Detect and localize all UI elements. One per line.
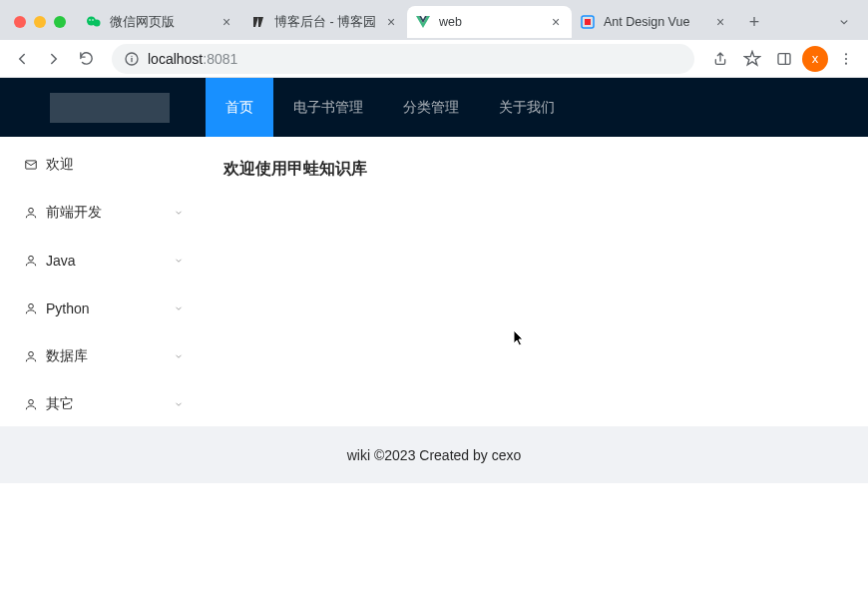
- nav-home[interactable]: 首页: [206, 78, 273, 137]
- browser-tab-2[interactable]: web ×: [407, 6, 572, 38]
- nav-ebook[interactable]: 电子书管理: [273, 78, 383, 137]
- sidebar-item-label: 数据库: [46, 347, 174, 365]
- app-footer: wiki ©2023 Created by cexo: [0, 426, 868, 483]
- sidebar-item-frontend[interactable]: 前端开发: [0, 189, 200, 237]
- address-port: :8081: [203, 51, 237, 67]
- svg-point-12: [845, 57, 847, 59]
- close-tab-icon[interactable]: ×: [218, 14, 234, 30]
- logo-placeholder: [50, 93, 170, 123]
- tab-strip: 微信网页版 × 博客后台 - 博客园 × web × Ant Design Vu…: [0, 0, 868, 40]
- page-title: 欢迎使用甲蛙知识库: [223, 159, 844, 180]
- svg-rect-9: [778, 53, 790, 64]
- svg-point-18: [29, 351, 34, 356]
- svg-point-8: [131, 55, 132, 56]
- wechat-icon: [86, 14, 102, 30]
- chevron-down-icon: [174, 256, 184, 266]
- svg-point-17: [29, 304, 34, 308]
- tab-title: 微信网页版: [110, 14, 218, 31]
- browser-toolbar: localhost:8081 x: [0, 40, 868, 78]
- reload-button[interactable]: [72, 45, 100, 73]
- sidebar-item-label: Java: [46, 253, 174, 269]
- minimize-window-button[interactable]: [34, 16, 46, 28]
- user-icon: [24, 397, 38, 411]
- close-tab-icon[interactable]: ×: [712, 14, 728, 30]
- address-host: localhost: [148, 51, 203, 67]
- site-info-icon[interactable]: [124, 51, 140, 67]
- sidebar-item-python[interactable]: Python: [0, 285, 200, 332]
- svg-point-16: [29, 256, 34, 261]
- svg-point-1: [94, 20, 101, 27]
- chevron-down-icon: [174, 399, 184, 409]
- menu-button[interactable]: [832, 45, 860, 73]
- chevron-down-icon: [174, 351, 184, 361]
- vue-icon: [415, 14, 431, 30]
- sidebar-item-label: 其它: [46, 395, 174, 413]
- sidebar-item-label: 前端开发: [46, 204, 174, 222]
- nav-category[interactable]: 分类管理: [383, 78, 479, 137]
- browser-chrome: 微信网页版 × 博客后台 - 博客园 × web × Ant Design Vu…: [0, 0, 868, 78]
- svg-point-15: [29, 208, 34, 213]
- sidebar-item-database[interactable]: 数据库: [0, 332, 200, 380]
- user-icon: [24, 302, 38, 315]
- user-icon: [24, 254, 38, 268]
- app-body: 欢迎 前端开发 Java Python: [0, 137, 868, 426]
- mail-icon: [24, 158, 38, 172]
- user-icon: [24, 206, 38, 220]
- tab-title: 博客后台 - 博客园: [274, 14, 383, 31]
- share-button[interactable]: [706, 45, 734, 73]
- svg-point-13: [845, 62, 847, 64]
- bookmark-button[interactable]: [738, 45, 766, 73]
- user-icon: [24, 349, 38, 363]
- svg-rect-5: [585, 19, 591, 25]
- tab-list-button[interactable]: [832, 10, 856, 34]
- svg-point-19: [29, 399, 34, 404]
- forward-button[interactable]: [40, 45, 68, 73]
- browser-tab-1[interactable]: 博客后台 - 博客园 ×: [242, 6, 407, 38]
- side-panel-button[interactable]: [770, 45, 798, 73]
- close-window-button[interactable]: [14, 16, 26, 28]
- sidebar: 欢迎 前端开发 Java Python: [0, 137, 200, 426]
- browser-tab-0[interactable]: 微信网页版 ×: [78, 6, 242, 38]
- chevron-down-icon: [174, 304, 184, 313]
- cnblogs-icon: [250, 14, 266, 30]
- window-controls: [8, 16, 78, 28]
- close-tab-icon[interactable]: ×: [383, 14, 399, 30]
- sidebar-item-other[interactable]: 其它: [0, 380, 200, 428]
- browser-tab-3[interactable]: Ant Design Vue ×: [572, 6, 736, 38]
- footer-text: wiki ©2023 Created by cexo: [347, 447, 522, 463]
- sidebar-item-label: 欢迎: [46, 156, 184, 174]
- sidebar-item-java[interactable]: Java: [0, 237, 200, 285]
- svg-point-11: [845, 53, 847, 55]
- tab-title: Ant Design Vue: [604, 15, 712, 29]
- svg-point-3: [92, 19, 94, 21]
- nav-about[interactable]: 关于我们: [479, 78, 575, 137]
- maximize-window-button[interactable]: [54, 16, 66, 28]
- new-tab-button[interactable]: +: [740, 8, 768, 36]
- main-nav: 首页 电子书管理 分类管理 关于我们: [206, 78, 575, 137]
- sidebar-item-label: Python: [46, 301, 174, 316]
- antd-icon: [580, 14, 596, 30]
- tab-title: web: [439, 15, 548, 29]
- avatar-letter: x: [812, 51, 819, 66]
- close-tab-icon[interactable]: ×: [548, 14, 564, 30]
- address-bar[interactable]: localhost:8081: [112, 44, 694, 74]
- back-button[interactable]: [8, 45, 36, 73]
- svg-point-2: [89, 19, 91, 21]
- profile-avatar[interactable]: x: [802, 46, 828, 72]
- svg-rect-14: [26, 161, 37, 169]
- main-content: 欢迎使用甲蛙知识库: [200, 137, 868, 426]
- sidebar-item-welcome[interactable]: 欢迎: [0, 141, 200, 189]
- app-header: 首页 电子书管理 分类管理 关于我们: [0, 78, 868, 137]
- chevron-down-icon: [174, 208, 184, 218]
